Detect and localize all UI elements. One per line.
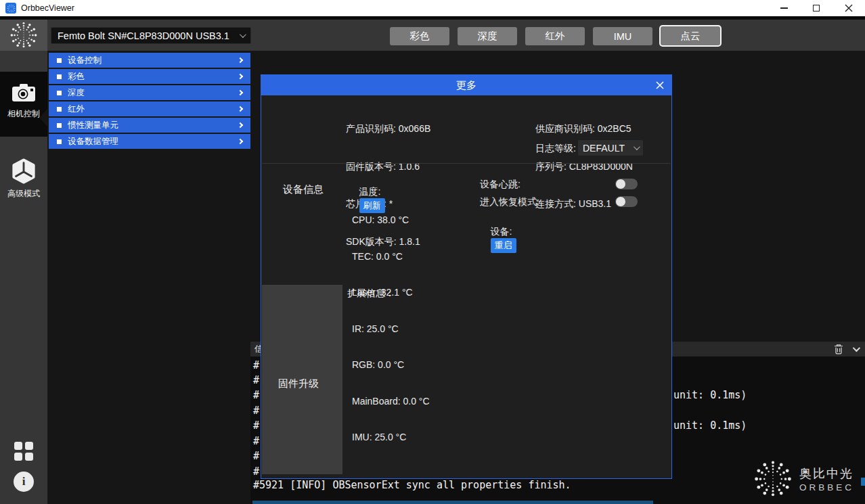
log-line: # — [253, 450, 259, 462]
collapse-chevron-icon[interactable] — [853, 344, 860, 352]
close-icon — [655, 81, 665, 90]
restart-button[interactable]: 重启 — [491, 238, 516, 253]
temp-tec: TEC: 0.0 °C — [352, 251, 430, 262]
log-level-value: DEFAULT — [583, 143, 625, 154]
log-line: # — [253, 405, 259, 417]
log-line: # — [253, 374, 259, 386]
menu-item-device-control[interactable]: 设备控制 — [49, 53, 250, 68]
recovery-mode-label: 进入恢复模式: — [480, 196, 539, 208]
heartbeat-label: 设备心跳: — [480, 179, 520, 191]
brand-name-en: ORBBEC — [799, 482, 854, 492]
horizontal-scrollbar[interactable] — [252, 501, 653, 504]
device-select[interactable]: Femto Bolt SN#CL8P83D000N USB3.1 — [51, 27, 251, 44]
stream-button-imu[interactable]: IMU — [593, 27, 652, 45]
apps-grid-button[interactable] — [13, 440, 35, 465]
firmware-upgrade-label: 固件升级 — [278, 377, 319, 390]
heartbeat-toggle[interactable] — [615, 179, 638, 189]
chevron-right-icon — [238, 122, 243, 128]
stream-button-ir[interactable]: 红外 — [525, 27, 585, 45]
menu-item-label: 设备数据管理 — [68, 136, 118, 147]
temp-ir: IR: 25.0 °C — [352, 323, 430, 334]
dialog-header[interactable]: 更多 — [261, 75, 671, 95]
sidebar-item-label: 相机控制 — [7, 108, 40, 120]
chevron-right-icon — [238, 106, 243, 112]
chevron-down-icon — [634, 143, 640, 150]
sidebar: 相机控制 高级模式 i CN/EN — [0, 20, 47, 504]
orbbec-logo-icon — [9, 21, 38, 49]
about-button[interactable]: i — [14, 472, 34, 492]
dialog-close-button[interactable] — [655, 80, 665, 91]
stream-button-depth[interactable]: 深度 — [458, 27, 517, 45]
menu-item-imu[interactable]: 惯性测量单元 — [49, 118, 250, 133]
maximize-icon — [813, 5, 820, 12]
control-menu: 设备控制 彩色 深度 红外 惯性测量单元 设备数据管理 — [49, 53, 250, 150]
info-icon: i — [22, 475, 26, 488]
more-dialog: 更多 产品识别码: 0x066B 固件版本号: 1.0.6 芯片型号: * SD… — [261, 74, 672, 479]
bullet-icon — [57, 123, 62, 128]
temp-imu: IMU: 25.0 °C — [352, 432, 430, 442]
menu-item-depth[interactable]: 深度 — [49, 85, 250, 100]
grid-icon — [13, 440, 35, 462]
device-info-right-column: 供应商识别码: 0x2BC5 序列号: CL8P83D000N 连接方式: US… — [535, 101, 633, 236]
menu-item-label: 红外 — [68, 104, 85, 115]
temp-cpu: CPU: 38.0 °C — [352, 214, 430, 225]
orbbec-logo-icon — [753, 459, 793, 499]
bullet-icon — [57, 107, 62, 112]
section-divider — [262, 163, 671, 164]
sidebar-item-camera-control[interactable]: 相机控制 — [0, 72, 47, 137]
log-line: unit: 0.1ms) — [673, 389, 747, 401]
chevron-right-icon — [238, 58, 243, 63]
log-line: # — [253, 419, 259, 432]
recovery-mode-toggle[interactable] — [615, 196, 638, 207]
cube-icon — [11, 158, 37, 184]
chevron-right-icon — [238, 90, 243, 95]
selected-item-notch — [39, 109, 47, 127]
menu-item-label: 深度 — [68, 87, 85, 99]
bullet-icon — [57, 58, 62, 63]
bullet-icon — [57, 91, 62, 95]
temp-mainboard: MainBoard: 0.0 °C — [352, 396, 430, 407]
menu-item-color[interactable]: 彩色 — [49, 69, 250, 84]
app-icon — [5, 3, 16, 14]
menu-item-device-data[interactable]: 设备数据管理 — [49, 134, 250, 149]
orbbec-logo-tile — [0, 20, 47, 51]
log-level-label: 日志等级: — [535, 143, 576, 155]
maximize-button[interactable] — [800, 0, 833, 16]
chevron-right-icon — [238, 74, 243, 79]
temp-rgb: RGB: 0.0 °C — [352, 359, 430, 370]
menu-item-label: 彩色 — [68, 71, 85, 83]
log-line: # — [253, 435, 259, 447]
log-line: #5921 [INFO] OBSensorExt sync all proper… — [253, 479, 571, 491]
sidebar-item-advanced-mode[interactable]: 高级模式 — [0, 157, 47, 202]
close-icon — [845, 4, 853, 12]
device-select-value: Femto Bolt SN#CL8P83D000N USB3.1 — [58, 30, 229, 41]
temperature-list: CPU: 38.0 °C TEC: 0.0 °C Laser: 32.1 °C … — [352, 193, 430, 468]
vertical-scrollbar[interactable] — [861, 478, 865, 486]
log-line: # — [253, 359, 259, 371]
stream-button-pointcloud[interactable]: 点云 — [659, 25, 722, 47]
menu-item-label: 惯性测量单元 — [68, 120, 118, 131]
stream-button-color[interactable]: 彩色 — [390, 27, 449, 45]
section-tab-device-info[interactable]: 设备信息 — [283, 183, 324, 196]
log-line: # — [253, 465, 259, 478]
top-toolbar: Femto Bolt SN#CL8P83D000N USB3.1 彩色 深度 红… — [47, 20, 865, 51]
minimize-button[interactable] — [768, 0, 800, 16]
log-line: unit: 0.1ms) — [673, 419, 747, 432]
dialog-title: 更多 — [456, 79, 476, 92]
titlebar-divider — [0, 16, 865, 20]
product-id: 产品识别码: 0x066B — [346, 123, 430, 135]
bullet-icon — [57, 139, 62, 144]
chevron-down-icon — [240, 31, 246, 38]
section-tab-firmware-upgrade[interactable]: 固件升级 — [262, 285, 342, 474]
title-bar: OrbbecViewer — [0, 0, 865, 16]
trash-icon[interactable] — [834, 344, 843, 354]
chevron-right-icon — [238, 139, 243, 144]
extension-info-label: 扩展信息： — [347, 288, 395, 300]
menu-item-label: 设备控制 — [68, 55, 102, 66]
close-button[interactable] — [833, 0, 865, 16]
menu-item-ir[interactable]: 红外 — [49, 101, 250, 116]
camera-icon — [12, 83, 36, 103]
device-label: 设备: — [491, 226, 512, 237]
window-title: OrbbecViewer — [21, 3, 74, 13]
log-level-select[interactable]: DEFAULT — [578, 140, 643, 156]
